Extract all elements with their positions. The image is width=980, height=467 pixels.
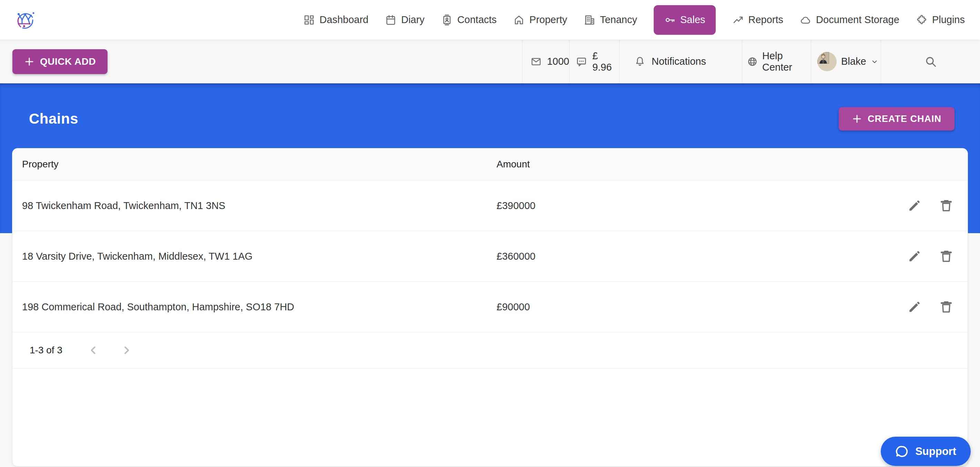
balance-amount: £ 9.96 bbox=[592, 50, 619, 73]
edit-button[interactable] bbox=[907, 249, 922, 264]
nav-item-sales[interactable]: Sales bbox=[654, 5, 716, 35]
property-cell: 18 Varsity Drive, Twickenham, Middlesex,… bbox=[13, 251, 496, 262]
nav-item-diary[interactable]: Diary bbox=[385, 14, 425, 26]
amount-cell: £360000 bbox=[496, 251, 881, 262]
edit-button[interactable] bbox=[907, 198, 922, 213]
table-header-row: Property Amount bbox=[13, 148, 967, 181]
nav-label: Document Storage bbox=[816, 14, 899, 25]
pencil-icon bbox=[907, 299, 922, 315]
delete-button[interactable] bbox=[939, 249, 954, 264]
trash-icon bbox=[939, 198, 954, 213]
trash-icon bbox=[939, 299, 954, 315]
cloud-icon bbox=[800, 14, 811, 26]
create-chain-label: CREATE CHAIN bbox=[868, 114, 942, 124]
row-actions bbox=[881, 299, 967, 315]
notifications-button[interactable]: Notifications bbox=[619, 40, 742, 83]
search-icon bbox=[924, 55, 937, 68]
trash-icon bbox=[939, 249, 954, 264]
pencil-icon bbox=[907, 198, 922, 213]
support-label: Support bbox=[915, 445, 956, 458]
nav-item-document-storage[interactable]: Document Storage bbox=[800, 14, 899, 26]
nav-label: Dashboard bbox=[320, 14, 368, 25]
support-button[interactable]: Support bbox=[881, 437, 971, 466]
table-row[interactable]: 198 Commerical Road, Southampton, Hampsh… bbox=[13, 282, 967, 332]
building-icon bbox=[584, 14, 595, 26]
support-chat-icon bbox=[895, 445, 909, 458]
chat-bubble-icon bbox=[576, 56, 587, 67]
notifications-label: Notifications bbox=[652, 56, 706, 67]
page-title: Chains bbox=[29, 111, 78, 127]
puzzle-icon bbox=[916, 14, 928, 26]
pagination-bar: 1-3 of 3 bbox=[13, 332, 967, 369]
globe-icon bbox=[747, 56, 758, 67]
user-menu[interactable]: Blake bbox=[811, 40, 881, 83]
bell-icon bbox=[634, 56, 646, 67]
chains-table-card: Property Amount 98 Twickenham Road, Twic… bbox=[12, 148, 968, 467]
chevron-right-icon bbox=[120, 344, 133, 356]
property-cell: 198 Commerical Road, Southampton, Hampsh… bbox=[13, 301, 496, 313]
user-name: Blake bbox=[841, 56, 866, 67]
mail-counter[interactable]: 1000 bbox=[522, 40, 569, 83]
amount-cell: £390000 bbox=[496, 200, 881, 211]
nav-label: Diary bbox=[401, 14, 425, 25]
envelope-icon bbox=[531, 56, 541, 67]
nav-label: Plugins bbox=[932, 14, 965, 25]
nav-label: Sales bbox=[680, 14, 705, 25]
pagination-next-button[interactable] bbox=[120, 344, 133, 356]
create-chain-button[interactable]: CREATE CHAIN bbox=[839, 107, 955, 130]
column-header-property: Property bbox=[13, 159, 496, 170]
mail-count: 1000 bbox=[547, 56, 569, 67]
contact-card-icon bbox=[441, 14, 453, 26]
nav-label: Reports bbox=[748, 14, 784, 25]
amount-cell: £90000 bbox=[496, 301, 881, 313]
row-actions bbox=[881, 198, 967, 213]
toolbar-right: 1000 £ 9.96 Notifications Help Center bbox=[522, 40, 980, 83]
nav-item-reports[interactable]: Reports bbox=[732, 14, 784, 26]
plus-icon bbox=[852, 114, 862, 124]
property-cell: 98 Twickenham Road, Twickenham, TN1 3NS bbox=[13, 200, 496, 211]
dashboard-grid-icon bbox=[303, 14, 315, 26]
nav-item-dashboard[interactable]: Dashboard bbox=[303, 14, 368, 26]
quick-add-label: QUICK ADD bbox=[40, 56, 96, 67]
nav-item-property[interactable]: Property bbox=[513, 14, 567, 26]
avatar bbox=[817, 52, 837, 71]
chevron-left-icon bbox=[87, 344, 100, 356]
nav-label: Tenancy bbox=[600, 14, 637, 25]
edit-button[interactable] bbox=[907, 299, 922, 315]
brand-logo bbox=[15, 10, 35, 30]
help-center-label: Help Center bbox=[762, 50, 811, 73]
top-navbar: Dashboard Diary Contacts Property bbox=[0, 0, 980, 40]
nav-item-contacts[interactable]: Contacts bbox=[441, 14, 496, 26]
key-icon bbox=[664, 14, 676, 26]
quick-add-button[interactable]: QUICK ADD bbox=[13, 49, 108, 74]
nav-label: Property bbox=[529, 14, 567, 25]
pencil-icon bbox=[907, 249, 922, 264]
search-button[interactable] bbox=[881, 40, 980, 83]
row-actions bbox=[881, 249, 967, 264]
main-navigation: Dashboard Diary Contacts Property bbox=[303, 5, 965, 35]
chevron-down-icon bbox=[871, 58, 878, 65]
toolbar: QUICK ADD 1000 £ 9.96 Notifications bbox=[0, 40, 980, 83]
table-row[interactable]: 98 Twickenham Road, Twickenham, TN1 3NS … bbox=[13, 181, 967, 231]
table-row[interactable]: 18 Varsity Drive, Twickenham, Middlesex,… bbox=[13, 231, 967, 282]
pagination-prev-button[interactable] bbox=[87, 344, 100, 356]
delete-button[interactable] bbox=[939, 198, 954, 213]
column-header-amount: Amount bbox=[496, 159, 881, 170]
nav-label: Contacts bbox=[457, 14, 496, 25]
pagination-range-label: 1-3 of 3 bbox=[30, 345, 62, 356]
trend-up-icon bbox=[732, 14, 744, 26]
calendar-icon bbox=[385, 14, 397, 26]
plus-icon bbox=[24, 57, 35, 67]
help-center-button[interactable]: Help Center bbox=[742, 40, 811, 83]
delete-button[interactable] bbox=[939, 299, 954, 315]
balance-display[interactable]: £ 9.96 bbox=[569, 40, 619, 83]
nav-item-plugins[interactable]: Plugins bbox=[916, 14, 965, 26]
house-icon bbox=[513, 14, 525, 26]
nav-item-tenancy[interactable]: Tenancy bbox=[584, 14, 637, 26]
